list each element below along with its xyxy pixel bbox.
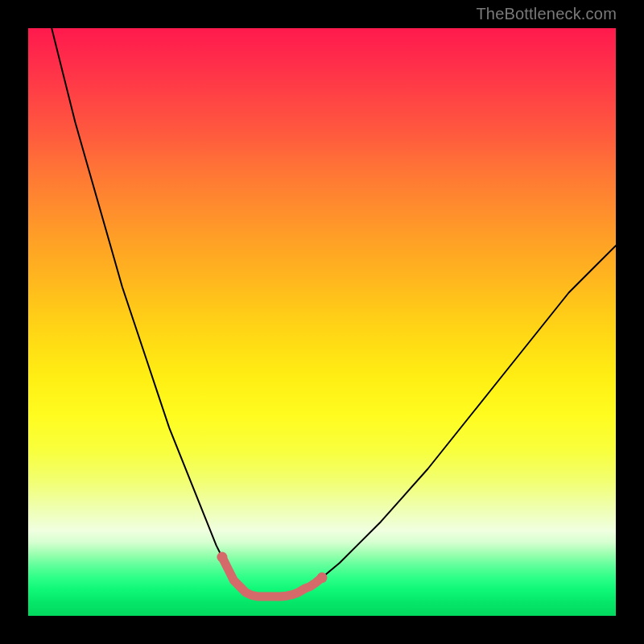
marker-endpoint xyxy=(217,552,227,563)
chart-svg xyxy=(28,28,616,616)
outer-frame: TheBottleneck.com xyxy=(0,0,644,644)
bottleneck-curve xyxy=(52,28,616,597)
bottom-marker-line xyxy=(222,557,322,597)
plot-area xyxy=(28,28,616,616)
curve-path xyxy=(52,28,616,597)
bottom-marker-group xyxy=(217,552,327,597)
watermark-text: TheBottleneck.com xyxy=(476,5,617,23)
marker-endpoint xyxy=(317,572,328,583)
